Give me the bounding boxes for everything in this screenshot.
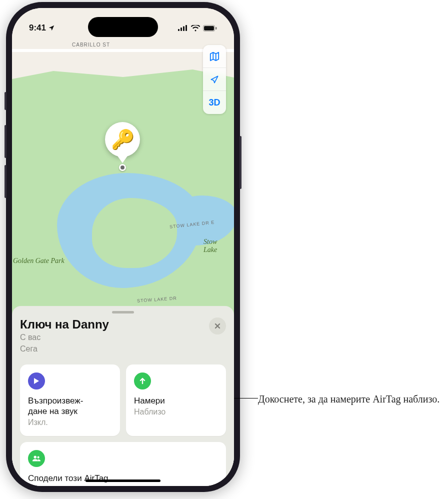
marker-stem <box>118 156 128 163</box>
marker-dot <box>119 164 126 171</box>
play-sound-title: Възпроизвеж- дане на звук <box>28 396 112 417</box>
play-icon <box>28 372 45 390</box>
svg-rect-0 <box>178 29 180 31</box>
sheet-grabber[interactable] <box>112 311 134 314</box>
people-icon <box>28 450 45 467</box>
map-controls: 3D <box>203 45 226 114</box>
phone-frame: 9:41 CABRILLO ST FULT <box>6 2 240 492</box>
find-title: Намери <box>134 396 218 406</box>
item-marker[interactable]: 🔑 <box>105 122 140 171</box>
poi-label-ggp: Golden Gate Park <box>13 257 64 265</box>
svg-rect-2 <box>183 26 184 32</box>
dynamic-island <box>88 17 158 37</box>
close-sheet-button[interactable] <box>209 318 226 334</box>
svg-point-8 <box>37 456 39 458</box>
callout-text: Докоснете, за да намерите AirTag наблизо… <box>258 392 443 406</box>
play-sound-status: Изкл. <box>28 418 112 427</box>
marker-bubble: 🔑 <box>105 122 140 157</box>
map-mode-button[interactable] <box>203 45 226 68</box>
location-services-icon <box>48 24 55 32</box>
find-status: Наблизо <box>134 408 218 416</box>
location-arrow-icon <box>210 74 220 84</box>
play-sound-card[interactable]: Възпроизвеж- дане на звук Изкл. <box>20 364 120 436</box>
toggle-3d-button[interactable]: 3D <box>203 91 226 114</box>
cellular-icon <box>178 25 188 31</box>
find-card[interactable]: Намери Наблизо <box>126 364 226 436</box>
locate-me-button[interactable] <box>203 68 226 91</box>
status-time: 9:41 <box>29 23 46 33</box>
screen: 9:41 CABRILLO ST FULT <box>12 8 234 486</box>
map-road <box>12 49 234 52</box>
find-arrow-icon <box>134 372 151 390</box>
item-status-with-you: С вас <box>20 332 109 343</box>
item-title: Ключ на Danny <box>20 318 109 332</box>
key-icon: 🔑 <box>111 128 134 150</box>
street-label-cabrillo: CABRILLO ST <box>72 42 110 48</box>
share-title: Сподели този AirTag <box>28 473 218 484</box>
svg-point-7 <box>34 456 36 458</box>
battery-icon <box>203 25 217 32</box>
three-d-label: 3D <box>208 98 220 108</box>
poi-label-stow-lake: Stow Lake <box>204 238 217 254</box>
side-button <box>4 165 6 198</box>
item-sheet[interactable]: Ключ на Danny С вас Сега Възпроизвеж- да… <box>12 306 234 486</box>
map-lake-island <box>92 198 177 268</box>
close-icon <box>214 322 221 330</box>
item-status-time: Сега <box>20 344 109 354</box>
svg-rect-1 <box>180 28 182 31</box>
map-icon <box>209 52 220 62</box>
svg-rect-6 <box>216 27 217 30</box>
side-button <box>240 136 242 189</box>
home-indicator[interactable] <box>86 480 160 482</box>
side-button <box>4 125 6 158</box>
svg-rect-5 <box>204 26 214 30</box>
side-button <box>4 92 6 110</box>
wifi-icon <box>191 25 200 32</box>
svg-rect-3 <box>186 25 187 31</box>
